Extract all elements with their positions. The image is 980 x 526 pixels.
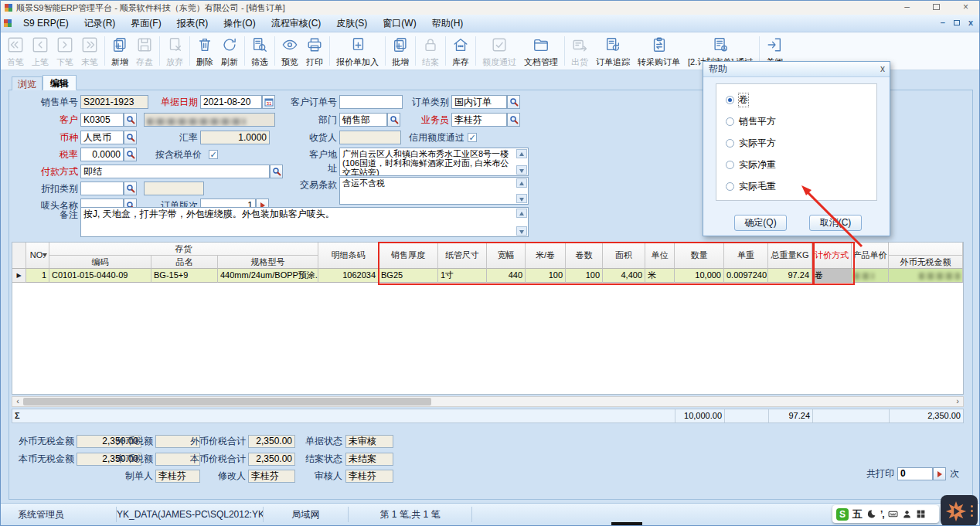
salesman-field[interactable]: 李桂芬 [451,113,507,127]
person-icon[interactable] [902,509,912,519]
radio-icon[interactable] [726,182,734,191]
order-type-lookup-icon[interactable] [507,95,520,109]
cell-uprice[interactable] [852,269,889,283]
toolbar-inventory-button[interactable]: 库存 [448,34,473,68]
toolbar-delete-button[interactable]: 删除 [192,34,217,68]
scroll-up-icon[interactable] [516,149,527,158]
tax-rate-field[interactable]: 0.0000 [80,148,124,161]
col-header-unit[interactable]: 单位 [645,243,675,269]
keyboard-icon[interactable] [888,509,898,519]
toolbar-print-button[interactable]: 打印 [302,34,327,68]
radio-option-row[interactable]: 卷 [716,89,876,110]
close-button[interactable]: × [963,2,968,12]
toolbar-track-button[interactable]: 订单追踪 [592,34,634,68]
row-indicator[interactable]: ▶ [12,269,26,283]
col-header-area[interactable]: 面积 [603,243,645,269]
radio-icon[interactable] [726,96,734,104]
trade-terms-field[interactable]: 含运不含税 [339,177,529,205]
moon-icon[interactable] [866,509,876,519]
dept-lookup-icon[interactable] [387,113,400,127]
customer-field[interactable]: K0305 [80,113,124,127]
cell-pricing[interactable]: 卷 [812,269,852,283]
col-header-barcode[interactable]: 明细条码 [318,243,379,269]
radio-option-row[interactable]: 实际毛重 [716,175,876,197]
radio-option-row[interactable]: 实际平方 [716,132,876,154]
ime-mode-wubi[interactable]: 五 [852,507,863,521]
cell-rolls[interactable]: 100 [566,269,603,283]
calendar-icon[interactable]: 31 [262,95,275,109]
menu-item-3[interactable]: 报表(R) [169,15,216,32]
col-header-uweight[interactable]: 单重 [724,243,768,269]
scroll-down-icon[interactable] [516,165,527,175]
scroll-up-icon[interactable] [516,178,527,188]
cell-mroll[interactable]: 100 [526,269,566,283]
help-close-icon[interactable]: x [880,63,885,74]
customer-lookup-icon[interactable] [124,113,137,127]
tab-edit[interactable]: 编辑 [43,75,77,90]
cell-tube[interactable]: 1寸 [438,269,487,283]
toolbar-preview-button[interactable]: 预览 [277,34,302,68]
col-header-tube[interactable]: 纸管尺寸 [438,243,487,269]
consignee-field[interactable] [339,131,401,144]
menu-item-6[interactable]: 皮肤(S) [328,15,375,32]
punctuation-icon[interactable]: ’, [880,509,884,520]
radio-icon[interactable] [726,161,734,169]
toolbar-quote-add-button[interactable]: 报价单加入 [332,34,383,68]
remark-field[interactable]: 按J, 天地盒，打井字带，外包缠绕膜。外包装加贴客户唛头。 [80,207,529,237]
menu-item-7[interactable]: 窗口(W) [375,15,424,32]
scroll-up-icon[interactable] [516,209,527,218]
col-header-code[interactable]: 编码 [49,256,151,269]
mdi-close-button[interactable]: x [968,18,973,27]
col-header-no[interactable]: NO. [26,243,49,269]
col-header-thickness[interactable]: 销售厚度 [379,243,438,269]
ok-button[interactable]: 确定(Q) [734,215,787,231]
print-count-field[interactable]: 0 [897,467,933,480]
cell-spec[interactable]: 440mm/24um/BOPP预涂... [218,269,318,283]
currency-field[interactable]: 人民币 [80,131,124,144]
ime-logo-icon[interactable]: S [836,508,849,521]
grid-hscrollbar[interactable]: ‹ › [12,396,964,407]
col-header-qty[interactable]: 数量 [675,243,724,269]
cell-no[interactable]: 1 [26,269,49,283]
tab-browse[interactable]: 浏览 [12,76,43,90]
salesman-lookup-icon[interactable] [507,113,520,127]
grid-icon[interactable] [916,509,926,519]
order-type-field[interactable]: 国内订单 [451,95,507,109]
tax-rate-lookup-icon[interactable] [124,148,137,161]
menu-item-5[interactable]: 流程审核(C) [264,15,329,32]
tax-included-checkbox[interactable]: ✓ [209,150,218,159]
ime-toolbar[interactable]: S 五 ’, [832,505,939,523]
col-header-uprice[interactable]: 产品单价 [852,243,889,269]
cell-thickness[interactable]: BG25 [379,269,438,283]
mdi-restore-button[interactable] [954,20,960,25]
address-field[interactable]: 广州白云区人和镇白米布秀水工业区8号一楼 (106国道，时利和海鲜酒家正对面, … [339,148,529,176]
toolbar-transfer-button[interactable]: 转采购订单 [634,34,684,68]
dept-field[interactable]: 销售部 [339,113,387,127]
toolbar-filter-button[interactable]: 筛选 [247,34,272,68]
toolbar-doc-manage-button[interactable]: 文档管理 [520,34,562,68]
credit-pass-checkbox[interactable]: ✓ [468,133,477,142]
cell-qty[interactable]: 10,000 [675,269,724,283]
cancel-button[interactable]: 取消(C) [809,215,862,231]
col-header-rolls[interactable]: 卷数 [566,243,603,269]
corner-app-icon[interactable] [941,495,978,526]
cell-amount[interactable] [889,269,963,283]
cell-unit[interactable]: 米 [645,269,675,283]
menu-item-0[interactable]: S9 ERP(E) [15,15,77,32]
toolbar-new-button[interactable]: 新增 [107,34,132,68]
scroll-right-icon[interactable]: › [952,397,963,406]
discount-type-lookup-icon[interactable] [124,182,137,195]
payment-field[interactable]: 即结 [80,165,270,178]
mdi-minimize-button[interactable]: – [941,18,945,27]
menu-item-1[interactable]: 记录(R) [77,15,124,32]
scroll-down-icon[interactable] [516,194,527,203]
hscroll-thumb[interactable] [23,398,431,406]
minimize-button[interactable]: – [904,2,910,12]
menu-item-4[interactable]: 操作(O) [216,15,263,32]
col-header-amount[interactable]: 外币无税金额 [889,256,963,269]
scroll-down-icon[interactable] [516,226,527,236]
menu-item-2[interactable]: 界面(F) [123,15,168,32]
cell-barcode[interactable]: 1062034 [318,269,379,283]
doc-date-field[interactable]: 2021-08-20 [200,95,262,109]
radio-option-row[interactable]: 实际净重 [716,154,876,175]
